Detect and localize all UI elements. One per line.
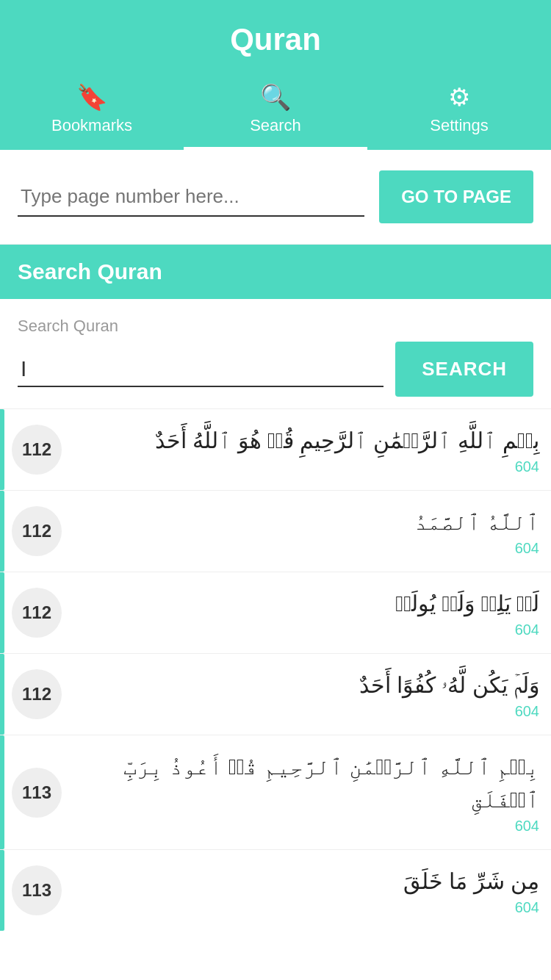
- arabic-text: لَمۡ يَلِدۡ وَلَمۡ يُولَدۡ: [395, 591, 539, 616]
- result-content: ٱللَّهُ ٱلصَّمَدُ 604: [76, 505, 539, 557]
- tab-bookmarks-label: Bookmarks: [51, 116, 132, 135]
- left-indicator: [0, 409, 4, 490]
- result-content: لَمۡ يَلِدۡ وَلَمۡ يُولَدۡ 604: [76, 587, 539, 638]
- search-tab-icon: 🔍: [260, 82, 291, 112]
- result-content: وَلَمۡ يَكُن لَّهُۥ كُفُوًا أَحَدٌ 604: [76, 669, 539, 720]
- search-input[interactable]: [18, 352, 383, 387]
- result-item[interactable]: 112 وَلَمۡ يَكُن لَّهُۥ كُفُوًا أَحَدٌ 6…: [0, 654, 551, 735]
- tab-settings[interactable]: ⚙ Settings: [367, 72, 551, 150]
- arabic-text: بِسۡمِ ٱللَّهِ ٱلرَّحۡمَٰنِ ٱلرَّحِيمِ ق…: [155, 428, 539, 453]
- arabic-text: بِسۡمِ ٱللَّهِ ٱلرَّحۡمَٰنِ ٱلرَّحِيمِ ق…: [123, 754, 539, 812]
- bookmark-icon: 🔖: [76, 82, 107, 112]
- go-to-page-button[interactable]: GO TO PAGE: [379, 170, 533, 223]
- search-input-label: Search Quran: [18, 317, 533, 336]
- surah-badge: 113: [12, 768, 62, 818]
- tab-settings-label: Settings: [430, 116, 489, 135]
- tab-search[interactable]: 🔍 Search: [184, 72, 367, 150]
- page-number-badge: 604: [76, 458, 539, 475]
- surah-badge: 112: [12, 588, 62, 638]
- page-number-badge: 604: [76, 540, 539, 557]
- surah-badge: 113: [12, 865, 62, 915]
- arabic-text: وَلَمۡ يَكُن لَّهُۥ كُفُوًا أَحَدٌ: [359, 673, 539, 697]
- result-item[interactable]: 112 بِسۡمِ ٱللَّهِ ٱلرَّحۡمَٰنِ ٱلرَّحِي…: [0, 409, 551, 491]
- arabic-text: مِن شَرِّ مَا خَلَقَ: [403, 869, 539, 893]
- page-number-badge: 604: [76, 621, 539, 638]
- page-number-input[interactable]: [18, 178, 364, 217]
- surah-badge: 112: [12, 506, 62, 556]
- left-indicator: [0, 850, 4, 931]
- tab-bookmarks[interactable]: 🔖 Bookmarks: [0, 72, 184, 150]
- search-input-row: SEARCH: [18, 342, 533, 397]
- result-item[interactable]: 112 لَمۡ يَلِدۡ وَلَمۡ يُولَدۡ 604: [0, 572, 551, 654]
- left-indicator: [0, 572, 4, 653]
- result-item[interactable]: 113 بِسۡمِ ٱللَّهِ ٱلرَّحۡمَٰنِ ٱلرَّحِي…: [0, 735, 551, 850]
- settings-icon: ⚙: [448, 82, 470, 112]
- result-content: بِسۡمِ ٱللَّهِ ٱلرَّحۡمَٰنِ ٱلرَّحِيمِ ق…: [76, 750, 539, 835]
- page-number-badge: 604: [76, 899, 539, 916]
- result-content: مِن شَرِّ مَا خَلَقَ 604: [76, 865, 539, 916]
- page-number-badge: 604: [76, 703, 539, 720]
- result-content: بِسۡمِ ٱللَّهِ ٱلرَّحۡمَٰنِ ٱلرَّحِيمِ ق…: [76, 424, 539, 475]
- result-item[interactable]: 112 ٱللَّهُ ٱلصَّمَدُ 604: [0, 491, 551, 572]
- search-quran-header: Search Quran: [0, 245, 551, 299]
- page-number-section: GO TO PAGE: [0, 150, 551, 245]
- search-input-section: Search Quran SEARCH: [0, 299, 551, 409]
- left-indicator: [0, 491, 4, 572]
- results-list: 112 بِسۡمِ ٱللَّهِ ٱلرَّحۡمَٰنِ ٱلرَّحِي…: [0, 409, 551, 931]
- result-item[interactable]: 113 مِن شَرِّ مَا خَلَقَ 604: [0, 850, 551, 931]
- app-header: Quran 🔖 Bookmarks 🔍 Search ⚙ Settings: [0, 0, 551, 150]
- search-quran-header-title: Search Quran: [18, 259, 162, 284]
- arabic-text: ٱللَّهُ ٱلصَّمَدُ: [414, 510, 539, 534]
- surah-badge: 112: [12, 669, 62, 719]
- left-indicator: [0, 735, 4, 849]
- app-title: Quran: [0, 22, 551, 72]
- page-number-badge: 604: [76, 818, 539, 835]
- search-button[interactable]: SEARCH: [395, 342, 533, 397]
- tab-bar: 🔖 Bookmarks 🔍 Search ⚙ Settings: [0, 72, 551, 150]
- tab-search-label: Search: [250, 116, 301, 135]
- left-indicator: [0, 654, 4, 735]
- surah-badge: 112: [12, 425, 62, 475]
